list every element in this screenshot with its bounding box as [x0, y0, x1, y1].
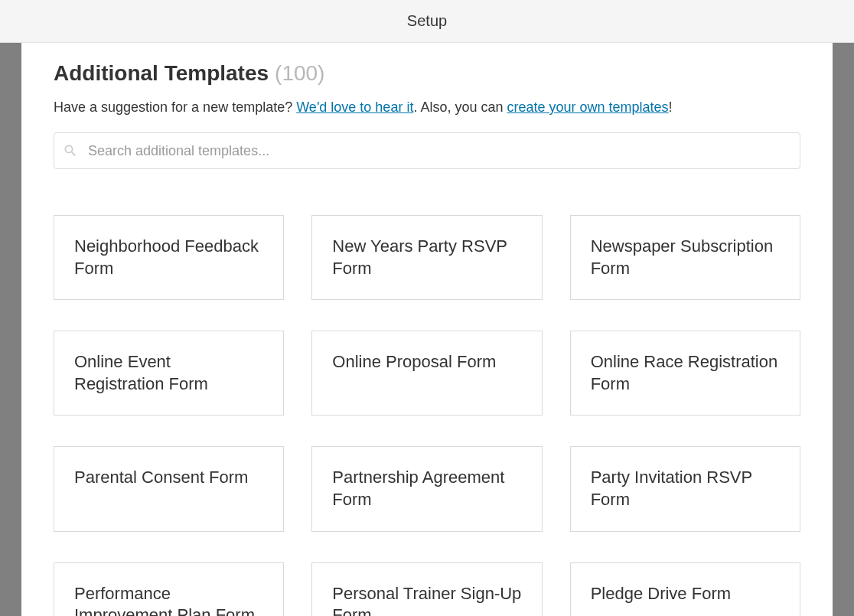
template-card[interactable]: Pledge Drive Form — [570, 562, 800, 616]
template-card[interactable]: Neighborhood Feedback Form — [54, 215, 284, 300]
setup-modal: Additional Templates (100) Have a sugges… — [21, 43, 833, 616]
template-card[interactable]: New Years Party RSVP Form — [311, 215, 542, 300]
template-card[interactable]: Online Event Registration Form — [54, 331, 284, 416]
template-card[interactable]: Online Proposal Form — [311, 331, 542, 416]
section-count: (100) — [275, 61, 324, 86]
template-name: Online Proposal Form — [332, 351, 496, 373]
template-card[interactable]: Online Race Registration Form — [570, 331, 800, 416]
search-wrap — [54, 132, 800, 169]
create-templates-link[interactable]: create your own templates — [507, 99, 668, 115]
topbar-title: Setup — [407, 12, 447, 30]
modal-backdrop: Additional Templates (100) Have a sugges… — [0, 43, 854, 616]
template-name: Newspaper Subscription Form — [591, 236, 780, 279]
section-heading: Additional Templates (100) — [54, 61, 800, 86]
template-name: Personal Trainer Sign-Up Form — [332, 583, 521, 616]
template-card[interactable]: Personal Trainer Sign-Up Form — [311, 562, 542, 616]
template-name: Parental Consent Form — [74, 467, 248, 489]
template-card[interactable]: Party Invitation RSVP Form — [570, 446, 800, 531]
template-card[interactable]: Performance Improvement Plan Form — [54, 562, 284, 616]
template-name: Party Invitation RSVP Form — [591, 467, 780, 510]
template-card[interactable]: Partnership Agreement Form — [311, 446, 542, 531]
template-name: Partnership Agreement Form — [332, 467, 521, 510]
intro-suffix: ! — [669, 99, 673, 115]
templates-scroll[interactable]: Neighborhood Feedback Form New Years Par… — [54, 192, 800, 616]
template-name: Pledge Drive Form — [591, 583, 731, 605]
intro-text: Have a suggestion for a new template? We… — [54, 99, 800, 116]
topbar: Setup — [0, 0, 854, 43]
suggestion-link[interactable]: We'd love to hear it — [296, 99, 413, 115]
template-name: Performance Improvement Plan Form — [74, 583, 263, 616]
intro-prefix: Have a suggestion for a new template? — [54, 99, 296, 115]
search-icon — [63, 143, 78, 158]
template-name: Online Event Registration Form — [74, 351, 263, 395]
template-name: Neighborhood Feedback Form — [74, 236, 263, 279]
search-input[interactable] — [54, 132, 800, 169]
template-name: Online Race Registration Form — [591, 351, 780, 395]
templates-grid: Neighborhood Feedback Form New Years Par… — [54, 215, 800, 616]
template-name: New Years Party RSVP Form — [332, 236, 521, 279]
section-title: Additional Templates — [54, 61, 269, 86]
intro-mid: . Also, you can — [413, 99, 507, 115]
template-card[interactable]: Parental Consent Form — [54, 446, 284, 531]
template-card[interactable]: Newspaper Subscription Form — [570, 215, 800, 300]
